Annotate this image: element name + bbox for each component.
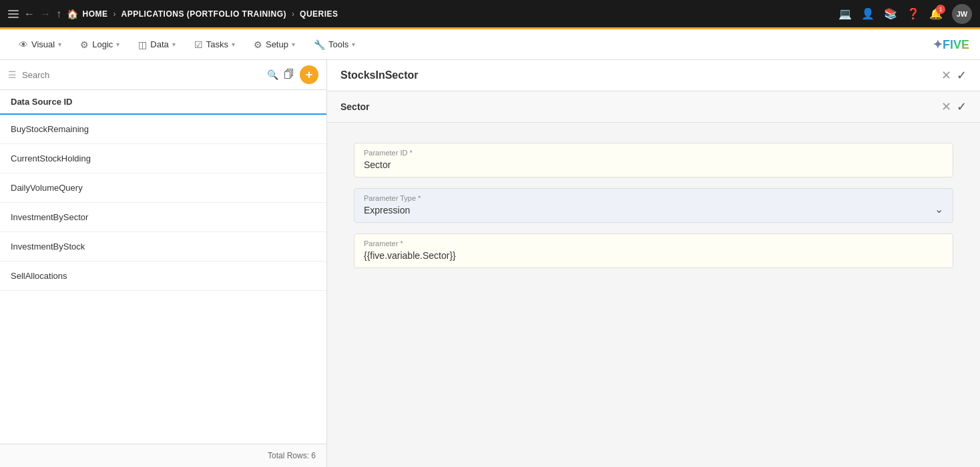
setup-menu[interactable]: ⚙ Setup ▾ bbox=[246, 35, 303, 54]
hamburger-menu[interactable] bbox=[8, 10, 19, 18]
sidebar-footer: Total Rows: 6 bbox=[0, 444, 326, 467]
visual-dropdown-arrow: ▾ bbox=[58, 41, 61, 48]
tools-menu[interactable]: 🔧 Tools ▾ bbox=[306, 35, 363, 54]
secondary-navigation: 👁 Visual ▾ ⚙ Logic ▾ ◫ Data ▾ ☑ Tasks ▾ … bbox=[0, 29, 980, 60]
tools-dropdown-arrow: ▾ bbox=[352, 41, 355, 48]
filter-icon: ☰ bbox=[8, 69, 17, 80]
sidebar: ☰ 🔍 🗍 + Data Source ID BuyStockRemaining… bbox=[0, 60, 327, 467]
sub-panel-actions: ✕ ✓ bbox=[941, 99, 967, 114]
books-icon[interactable]: 📚 bbox=[884, 7, 897, 20]
main-content: ☰ 🔍 🗍 + Data Source ID BuyStockRemaining… bbox=[0, 60, 980, 467]
panel-close-button[interactable]: ✕ bbox=[941, 68, 951, 83]
panel-header: StocksInSector ✕ ✓ bbox=[327, 60, 980, 91]
panel-header-actions: ✕ ✓ bbox=[941, 68, 967, 83]
logic-menu[interactable]: ⚙ Logic ▾ bbox=[72, 35, 128, 54]
breadcrumb-separator-1: › bbox=[113, 9, 116, 19]
right-panel: StocksInSector ✕ ✓ Sector ✕ ✓ Parameter … bbox=[327, 60, 980, 467]
form-area: Parameter ID * Sector Parameter Type * E… bbox=[327, 123, 980, 467]
logic-dropdown-arrow: ▾ bbox=[116, 41, 119, 48]
data-dropdown-arrow: ▾ bbox=[172, 41, 176, 48]
monitor-icon[interactable]: 💻 bbox=[838, 7, 852, 20]
document-icon[interactable]: 🗍 bbox=[284, 69, 294, 81]
data-icon: ◫ bbox=[138, 39, 147, 50]
sidebar-search-bar: ☰ 🔍 🗍 + bbox=[0, 60, 326, 90]
help-icon[interactable]: ❓ bbox=[907, 7, 920, 20]
applications-breadcrumb[interactable]: APPLICATIONS (PORTFOLIO TRAINING) bbox=[121, 9, 287, 19]
up-button[interactable]: ↑ bbox=[56, 8, 61, 20]
sidebar-column-header: Data Source ID bbox=[0, 90, 326, 115]
back-button[interactable]: ← bbox=[24, 8, 35, 20]
sub-panel-confirm-button[interactable]: ✓ bbox=[957, 99, 967, 114]
sub-panel-header: Sector ✕ ✓ bbox=[327, 91, 980, 123]
list-item[interactable]: BuyStockRemaining bbox=[0, 115, 326, 144]
parameter-id-value: Sector bbox=[364, 159, 943, 170]
user-icon[interactable]: 👤 bbox=[861, 7, 875, 20]
user-avatar[interactable]: JW bbox=[952, 4, 972, 24]
home-breadcrumb[interactable]: 🏠 HOME bbox=[67, 9, 108, 19]
setup-dropdown-arrow: ▾ bbox=[292, 41, 295, 48]
list-item[interactable]: InvestmentByStock bbox=[0, 232, 326, 262]
notification-button[interactable]: 🔔 1 bbox=[929, 7, 943, 20]
home-icon: 🏠 bbox=[67, 9, 79, 19]
logic-icon: ⚙ bbox=[80, 39, 89, 50]
list-item[interactable]: SellAllocations bbox=[0, 262, 326, 291]
search-icon[interactable]: 🔍 bbox=[267, 69, 278, 80]
panel-confirm-button[interactable]: ✓ bbox=[957, 68, 967, 83]
parameter-type-dropdown-arrow[interactable]: ⌄ bbox=[935, 203, 943, 215]
parameter-field: Parameter * {{five.variable.Sector}} bbox=[354, 234, 953, 268]
setup-icon: ⚙ bbox=[254, 39, 262, 50]
notification-badge: 1 bbox=[936, 5, 945, 14]
top-nav-right: 💻 👤 📚 ❓ 🔔 1 JW bbox=[838, 4, 972, 24]
parameter-id-field: Parameter ID * Sector bbox=[354, 143, 953, 177]
parameter-type-label: Parameter Type * bbox=[364, 194, 421, 202]
add-button[interactable]: + bbox=[300, 65, 318, 84]
search-input[interactable] bbox=[22, 70, 262, 80]
parameter-type-value: Expression bbox=[364, 205, 421, 215]
top-navigation: ← → ↑ 🏠 HOME › APPLICATIONS (PORTFOLIO T… bbox=[0, 0, 980, 29]
five-logo: ✦FIVE bbox=[933, 38, 969, 51]
queries-breadcrumb[interactable]: QUERIES bbox=[300, 9, 338, 19]
list-item[interactable]: InvestmentBySector bbox=[0, 203, 326, 232]
parameter-type-field: Parameter Type * Expression ⌄ bbox=[354, 188, 953, 223]
tools-icon: 🔧 bbox=[314, 39, 325, 50]
tasks-dropdown-arrow: ▾ bbox=[232, 41, 235, 48]
list-item[interactable]: CurrentStockHolding bbox=[0, 144, 326, 173]
parameter-wrapper[interactable]: Parameter * {{five.variable.Sector}} bbox=[354, 234, 953, 268]
list-item[interactable]: DailyVolumeQuery bbox=[0, 173, 326, 203]
visual-menu[interactable]: 👁 Visual ▾ bbox=[11, 35, 69, 54]
parameter-id-label: Parameter ID * bbox=[364, 149, 943, 157]
tasks-menu[interactable]: ☑ Tasks ▾ bbox=[186, 35, 243, 54]
breadcrumb-separator-2: › bbox=[292, 9, 294, 19]
tasks-icon: ☑ bbox=[194, 39, 203, 50]
parameter-id-wrapper[interactable]: Parameter ID * Sector bbox=[354, 143, 953, 177]
five-logo-container: ✦FIVE bbox=[933, 37, 969, 52]
parameter-label: Parameter * bbox=[364, 240, 943, 248]
parameter-value: {{five.variable.Sector}} bbox=[364, 250, 943, 261]
panel-title: StocksInSector bbox=[340, 69, 418, 81]
forward-button[interactable]: → bbox=[40, 8, 51, 20]
visual-icon: 👁 bbox=[19, 39, 28, 50]
sub-panel-title: Sector bbox=[340, 101, 370, 112]
data-menu[interactable]: ◫ Data ▾ bbox=[130, 35, 183, 54]
sidebar-list: BuyStockRemaining CurrentStockHolding Da… bbox=[0, 115, 326, 444]
sub-panel-close-button[interactable]: ✕ bbox=[941, 99, 951, 114]
parameter-type-wrapper[interactable]: Parameter Type * Expression ⌄ bbox=[354, 188, 953, 223]
